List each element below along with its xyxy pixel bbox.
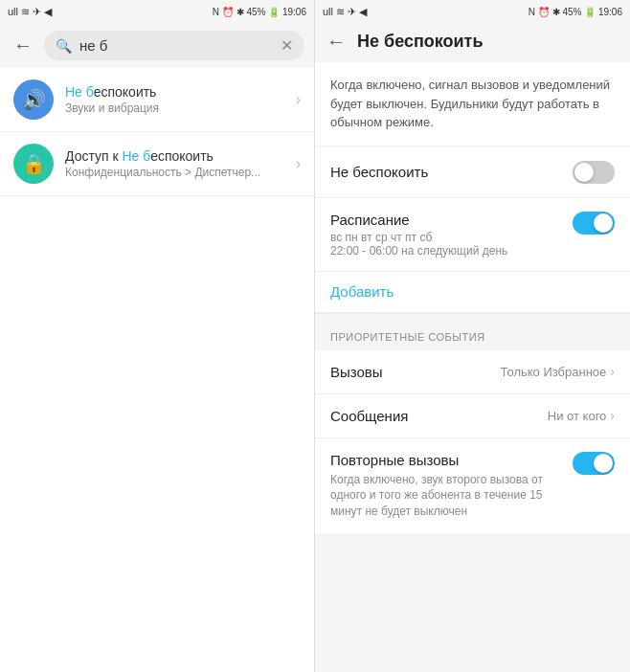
main-toggle-row[interactable]: Не беспокоить xyxy=(315,147,630,198)
description-text: Когда включено, сигнал вызовов и уведомл… xyxy=(330,76,615,132)
result-icon-2: 🔒 xyxy=(13,144,54,184)
page-title: Не беспокоить xyxy=(357,32,484,52)
result-item-2[interactable]: 🔒 Доступ к Не беспокоить Конфиденциально… xyxy=(0,132,314,196)
repeated-calls-info: Повторные вызовы Когда включено, звук вт… xyxy=(330,452,573,520)
back-button-left[interactable]: ← xyxy=(10,31,36,60)
right-panel: ull ≋ ✈ ◀ N ⏰ ✱ 45% 🔋 19:06 ← Не беспоко… xyxy=(315,0,630,672)
search-bar: ← 🔍 ✕ xyxy=(0,23,314,68)
back-button-right[interactable]: ← xyxy=(326,31,346,53)
calls-value-text: Только Избранное xyxy=(501,365,607,379)
description-block: Когда включено, сигнал вызовов и уведомл… xyxy=(315,62,630,146)
left-panel: ull ≋ ✈ ◀ N ⏰ ✱ 45% 🔋 19:06 ← 🔍 ✕ 🔊 Не б… xyxy=(0,0,315,672)
schedule-title: Расписание xyxy=(330,212,573,228)
calls-row[interactable]: Вызовы Только Избранное › xyxy=(315,350,630,394)
priority-section-header: ПРИОРИТЕТНЫЕ СОБЫТИЯ xyxy=(315,318,630,350)
repeated-calls-block[interactable]: Повторные вызовы Когда включено, звук вт… xyxy=(315,438,630,533)
schedule-toggle[interactable] xyxy=(573,212,615,235)
search-results: 🔊 Не беспокоить Звуки и вибрация › 🔒 Дос… xyxy=(0,68,314,672)
add-button[interactable]: Добавить xyxy=(330,283,394,300)
status-right-right: N ⏰ ✱ 45% 🔋 19:06 xyxy=(529,7,622,17)
result-arrow-2: › xyxy=(296,155,301,172)
status-right-left: N ⏰ ✱ 45% 🔋 19:06 xyxy=(213,7,306,17)
repeated-calls-desc: Когда включено, звук второго вызова от о… xyxy=(330,472,561,520)
messages-row[interactable]: Сообщения Ни от кого › xyxy=(315,394,630,438)
search-input-wrap: 🔍 ✕ xyxy=(44,31,304,60)
messages-arrow: › xyxy=(610,408,615,423)
result-subtitle-1: Звуки и вибрация xyxy=(65,101,284,115)
result-subtitle-2: Конфиденциальность > Диспетчер... xyxy=(65,166,284,179)
messages-value: Ни от кого › xyxy=(548,408,615,423)
result-title-1: Не беспокоить xyxy=(65,84,284,100)
right-header: ← Не беспокоить xyxy=(315,23,630,62)
main-toggle-label: Не беспокоить xyxy=(330,164,428,180)
messages-label: Сообщения xyxy=(330,408,408,424)
result-text-1: Не беспокоить Звуки и вибрация xyxy=(65,84,284,115)
schedule-days: вс пн вт ср чт пт сб xyxy=(330,231,573,244)
signal-indicators-left: ull ≋ ✈ ◀ xyxy=(8,6,52,18)
search-input[interactable] xyxy=(79,37,273,54)
main-toggle[interactable] xyxy=(573,161,615,184)
calls-value: Только Избранное › xyxy=(501,364,615,379)
priority-header-text: ПРИОРИТЕТНЫЕ СОБЫТИЯ xyxy=(330,331,485,343)
result-text-2: Доступ к Не беспокоить Конфиденциальност… xyxy=(65,148,284,179)
schedule-block[interactable]: Расписание вс пн вт ср чт пт сб 22:00 - … xyxy=(315,198,630,272)
result-arrow-1: › xyxy=(296,91,301,108)
result-item-1[interactable]: 🔊 Не беспокоить Звуки и вибрация › xyxy=(0,68,314,132)
search-clear-icon[interactable]: ✕ xyxy=(281,36,293,55)
result-title-2: Доступ к Не беспокоить xyxy=(65,148,284,164)
schedule-info: Расписание вс пн вт ср чт пт сб 22:00 - … xyxy=(330,212,573,258)
result-icon-1: 🔊 xyxy=(13,79,54,120)
calls-label: Вызовы xyxy=(330,364,383,380)
calls-arrow: › xyxy=(610,364,615,379)
status-bar-left: ull ≋ ✈ ◀ N ⏰ ✱ 45% 🔋 19:06 xyxy=(0,0,314,23)
status-bar-right: ull ≋ ✈ ◀ N ⏰ ✱ 45% 🔋 19:06 xyxy=(315,0,630,23)
schedule-time: 22:00 - 06:00 на следующий день xyxy=(330,244,573,258)
signal-indicators-right: ull ≋ ✈ ◀ xyxy=(323,6,367,18)
repeated-calls-toggle[interactable] xyxy=(573,452,615,475)
add-button-wrap: Добавить xyxy=(315,272,630,314)
repeated-calls-title: Повторные вызовы xyxy=(330,452,561,468)
messages-value-text: Ни от кого xyxy=(548,409,607,423)
search-icon: 🔍 xyxy=(56,38,72,54)
